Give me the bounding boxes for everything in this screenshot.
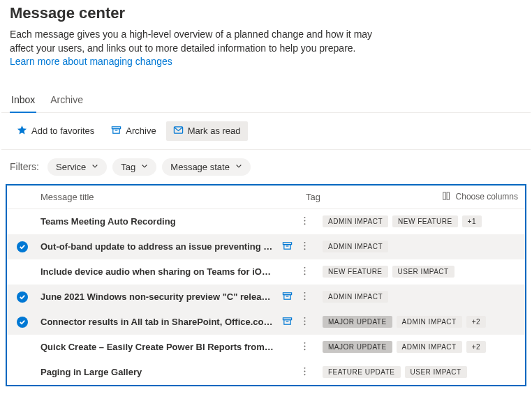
row-tags: FEATURE UPDATEUSER IMPACT <box>313 366 518 378</box>
tag-badge: USER IMPACT <box>405 366 467 378</box>
row-actions <box>278 341 313 354</box>
more-icon[interactable] <box>297 241 313 253</box>
table-row[interactable]: Connector results in All tab in SharePoi… <box>7 310 525 335</box>
message-list: Message title Tag Choose columns Teams M… <box>6 184 526 386</box>
choose-columns-label: Choose columns <box>456 192 518 202</box>
more-icon[interactable] <box>297 291 313 303</box>
row-select[interactable] <box>14 317 40 328</box>
filters-label: Filters: <box>10 161 39 172</box>
column-title[interactable]: Message title <box>40 192 306 202</box>
more-icon[interactable] <box>297 316 313 328</box>
tag-badge: USER IMPACT <box>392 266 455 278</box>
tab-archive[interactable]: Archive <box>49 90 84 112</box>
archive-button[interactable]: Archive <box>104 121 163 141</box>
page-intro: Each message gives you a high-level over… <box>10 28 373 69</box>
tag-badge: MAJOR UPDATE <box>323 316 392 328</box>
row-tags: MAJOR UPDATEADMIN IMPACT+2 <box>313 316 518 328</box>
filter-tag[interactable]: Tag <box>112 158 156 176</box>
row-actions <box>278 366 313 379</box>
choose-columns-button[interactable]: Choose columns <box>442 191 518 203</box>
tag-badge: ADMIN IMPACT <box>323 241 388 252</box>
intro-text: Each message gives you a high-level over… <box>10 29 372 54</box>
table-row[interactable]: Include device audio when sharing on Tea… <box>7 259 525 285</box>
table-row[interactable]: June 2021 Windows non-security preview "… <box>7 285 525 310</box>
tag-badge: +2 <box>466 341 486 353</box>
filters: Filters: Service Tag Message state <box>1 150 531 184</box>
check-icon <box>17 317 28 328</box>
message-title[interactable]: Include device audio when sharing on Tea… <box>40 266 278 277</box>
more-icon[interactable] <box>297 215 313 228</box>
row-actions <box>278 266 313 278</box>
message-title[interactable]: Paging in Large Gallery <box>40 367 278 377</box>
tag-badge: ADMIN IMPACT <box>323 291 388 303</box>
add-to-favorites-button[interactable]: Add to favorites <box>10 121 101 141</box>
chevron-down-icon <box>91 162 98 172</box>
tab-inbox[interactable]: Inbox <box>10 90 36 112</box>
chevron-down-icon <box>235 162 242 172</box>
toolbar-label: Add to favorites <box>31 126 94 136</box>
column-tag[interactable]: Tag <box>306 192 442 202</box>
learn-more-link[interactable]: Learn more about managing changes <box>10 56 172 67</box>
message-title[interactable]: Out-of-band update to address an issue p… <box>40 241 278 252</box>
toolbar: Add to favorites Archive Mark as read <box>1 113 531 150</box>
table-row[interactable]: Teams Meeting Auto RecordingADMIN IMPACT… <box>7 209 525 234</box>
archive-icon[interactable] <box>282 316 293 328</box>
tabs: Inbox Archive <box>1 90 531 113</box>
message-title[interactable]: June 2021 Windows non-security preview "… <box>40 291 278 302</box>
row-tags: MAJOR UPDATEADMIN IMPACT+2 <box>313 341 518 353</box>
row-actions <box>278 291 313 303</box>
filter-label: Message state <box>170 162 230 172</box>
filter-label: Tag <box>121 162 135 172</box>
row-tags: ADMIN IMPACT <box>313 241 518 252</box>
message-title[interactable]: Teams Meeting Auto Recording <box>40 216 278 227</box>
tag-badge: NEW FEATURE <box>323 266 388 278</box>
row-select[interactable] <box>14 241 40 252</box>
row-actions <box>278 316 313 328</box>
chevron-down-icon <box>141 162 148 172</box>
more-icon[interactable] <box>297 366 313 379</box>
archive-icon <box>111 125 121 137</box>
row-select[interactable] <box>14 291 40 303</box>
table-row[interactable]: Quick Create – Easily Create Power BI Re… <box>7 335 525 360</box>
table-row[interactable]: Out-of-band update to address an issue p… <box>7 234 525 259</box>
tag-badge: +2 <box>466 316 486 328</box>
tag-badge: +1 <box>462 215 482 227</box>
message-title[interactable]: Connector results in All tab in SharePoi… <box>40 317 278 327</box>
columns-icon <box>442 191 452 203</box>
table-row[interactable]: Paging in Large GalleryFEATURE UPDATEUSE… <box>7 360 525 385</box>
more-icon[interactable] <box>297 266 313 278</box>
tag-badge: ADMIN IMPACT <box>397 316 462 328</box>
row-actions <box>278 241 313 253</box>
tag-badge: NEW FEATURE <box>392 215 458 227</box>
archive-icon[interactable] <box>282 291 293 303</box>
page-title: Message center <box>10 4 531 22</box>
row-actions <box>278 215 313 228</box>
check-icon <box>17 291 28 303</box>
envelope-icon <box>173 125 184 137</box>
filter-label: Service <box>56 162 86 172</box>
star-icon <box>17 125 27 137</box>
message-title[interactable]: Quick Create – Easily Create Power BI Re… <box>40 342 278 352</box>
filter-message-state[interactable]: Message state <box>162 158 251 176</box>
row-tags: ADMIN IMPACT <box>313 291 518 303</box>
row-tags: NEW FEATUREUSER IMPACT <box>313 266 518 278</box>
tag-badge: ADMIN IMPACT <box>323 215 388 227</box>
list-header: Message title Tag Choose columns <box>7 185 525 209</box>
toolbar-label: Archive <box>126 126 156 136</box>
row-tags: ADMIN IMPACTNEW FEATURE+1 <box>313 215 518 227</box>
filter-service[interactable]: Service <box>47 158 107 176</box>
toolbar-label: Mark as read <box>188 126 241 136</box>
mark-as-read-button[interactable]: Mark as read <box>166 121 248 141</box>
tag-badge: FEATURE UPDATE <box>323 366 401 378</box>
tag-badge: MAJOR UPDATE <box>323 341 392 353</box>
tag-badge: ADMIN IMPACT <box>397 341 462 353</box>
more-icon[interactable] <box>297 341 313 354</box>
check-icon <box>17 241 28 252</box>
archive-icon[interactable] <box>282 241 293 253</box>
